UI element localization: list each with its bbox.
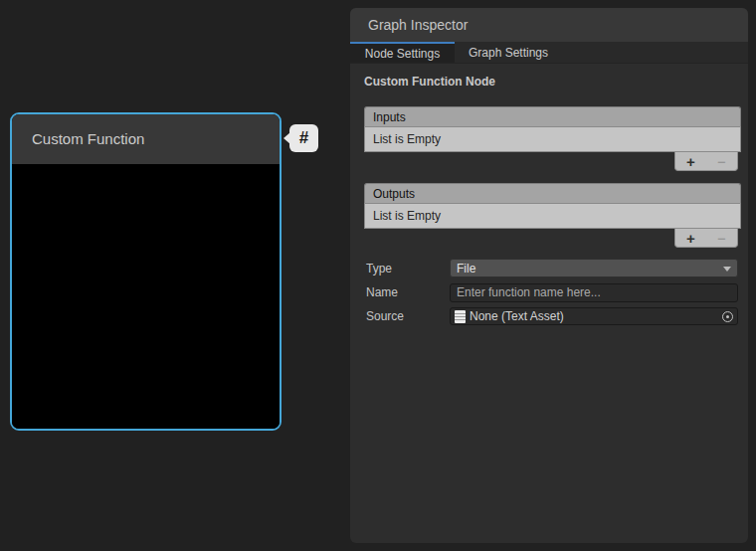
outputs-list-footer-row: + − [364, 229, 741, 249]
inputs-list: Inputs List is Empty + − [364, 106, 741, 172]
node-body [12, 164, 280, 429]
function-name-input[interactable] [450, 283, 738, 302]
inputs-list-title: Inputs [373, 110, 406, 124]
inputs-remove-button[interactable]: − [717, 154, 726, 169]
inputs-list-body: List is Empty [364, 126, 741, 152]
inspector-tabbar: Node Settings Graph Settings [350, 42, 748, 64]
hash-icon: # [299, 128, 308, 148]
panel-title: Graph Inspector [368, 17, 468, 33]
source-object-field[interactable]: None (Text Asset) [450, 307, 738, 325]
source-label: Source [366, 309, 450, 323]
inspector-content: Custom Function Node Inputs List is Empt… [350, 75, 748, 325]
inputs-list-footer-row: + − [364, 152, 741, 172]
source-object-value: None (Text Asset) [470, 309, 564, 323]
outputs-list-title: Outputs [373, 187, 415, 201]
panel-header[interactable]: Graph Inspector [350, 8, 748, 42]
node-type-heading: Custom Function Node [364, 75, 748, 89]
outputs-remove-button[interactable]: − [717, 231, 726, 246]
inputs-list-header: Inputs [364, 106, 741, 126]
inputs-add-button[interactable]: + [686, 154, 695, 169]
outputs-list-footer: + − [674, 229, 738, 248]
type-dropdown-value: File [457, 262, 475, 276]
outputs-list-header: Outputs [364, 183, 741, 203]
outputs-empty-label: List is Empty [373, 209, 441, 223]
node-title[interactable]: Custom Function [12, 114, 280, 164]
node-settings-badge[interactable]: # [289, 124, 318, 152]
tab-graph-settings[interactable]: Graph Settings [455, 42, 562, 63]
object-picker-icon[interactable] [722, 311, 733, 322]
badge-tail-pointer [284, 132, 290, 144]
text-asset-icon [455, 310, 466, 323]
chevron-down-icon [723, 267, 731, 272]
name-row: Name [350, 282, 748, 301]
node-settings-form: Type File Name Source [350, 259, 748, 325]
type-row: Type File [350, 259, 748, 277]
outputs-list-body: List is Empty [364, 203, 741, 229]
inputs-empty-label: List is Empty [373, 132, 441, 146]
tab-node-settings[interactable]: Node Settings [350, 42, 455, 63]
outputs-list: Outputs List is Empty + − [364, 183, 741, 249]
inputs-list-footer: + − [674, 152, 738, 171]
type-dropdown[interactable]: File [450, 259, 738, 277]
tab-node-settings-label: Node Settings [365, 47, 440, 61]
outputs-add-button[interactable]: + [686, 231, 695, 246]
source-row: Source None (Text Asset) [350, 306, 748, 325]
tab-graph-settings-label: Graph Settings [469, 46, 548, 60]
custom-function-node[interactable]: Custom Function [10, 112, 282, 431]
graph-canvas[interactable]: Custom Function # Graph Inspector Node S… [0, 0, 756, 551]
name-label: Name [366, 285, 450, 299]
type-label: Type [366, 262, 450, 276]
graph-inspector-panel: Graph Inspector Node Settings Graph Sett… [350, 8, 748, 543]
